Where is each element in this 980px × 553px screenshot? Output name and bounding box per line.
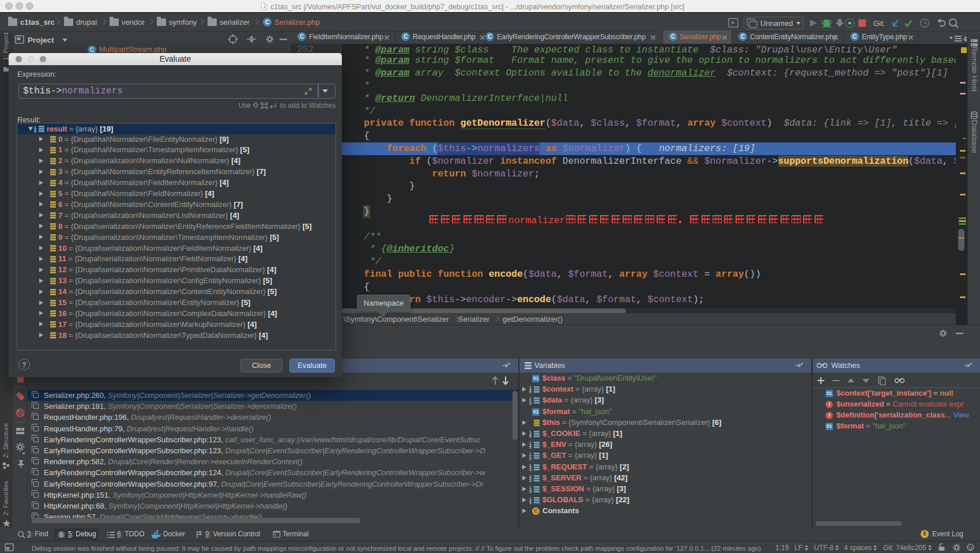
- svg-text:4: 4: [963, 35, 967, 43]
- svg-text:Unnamed: Unnamed: [760, 19, 793, 28]
- svg-text:Git:: Git:: [873, 19, 885, 28]
- svg-text:Project: Project: [28, 36, 54, 44]
